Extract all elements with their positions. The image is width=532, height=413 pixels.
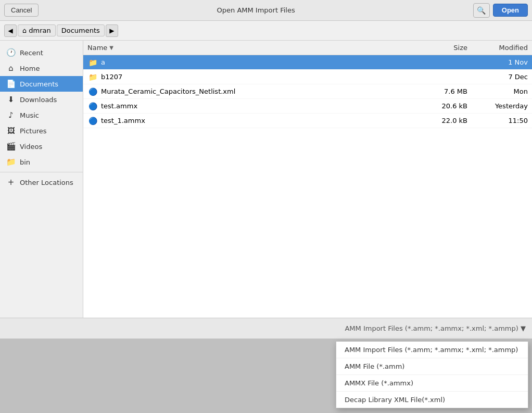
sidebar-label-home: Home (20, 65, 40, 72)
pictures-icon: 🖼 (6, 126, 16, 135)
open-button[interactable]: Open (493, 4, 528, 17)
table-row[interactable]: 📁 b1207 7 Dec (83, 70, 532, 84)
file-name: test_1.ammx (101, 117, 424, 124)
recent-icon: 🕐 (6, 48, 16, 57)
breadcrumb-home-label: dmran (29, 27, 50, 34)
filter-dropdown-arrow-icon: ▼ (521, 324, 526, 332)
table-row[interactable]: 🔵 Murata_Ceramic_Capacitors_Netlist.xml … (83, 84, 532, 99)
col-size-label: Size (453, 44, 467, 52)
table-row[interactable]: 🔵 test_1.ammx 22.0 kB 11:50 (83, 114, 532, 128)
filter-option-2[interactable]: AMMX File (*.ammx) (336, 375, 528, 392)
file-name: b1207 (101, 73, 424, 81)
filter-dropdown-popup: AMM Import Files (*.amm; *.ammx; *.xml; … (336, 341, 528, 408)
sidebar-item-pictures[interactable]: 🖼 Pictures (0, 123, 83, 139)
file-modified: 1 Nov (476, 58, 528, 66)
table-row[interactable]: 🔵 test.ammx 20.6 kB Yesterday (83, 99, 532, 114)
file-modified: Yesterday (476, 102, 528, 110)
doc-icon: 🔵 (87, 87, 98, 96)
titlebar-actions: 🔍 Open (473, 3, 528, 18)
sidebar-label-documents: Documents (20, 80, 58, 88)
table-row[interactable]: 📁 a 1 Nov (83, 55, 532, 70)
bin-icon: 📁 (6, 157, 16, 167)
downloads-icon: ⬇ (6, 95, 16, 104)
file-modified: 7 Dec (476, 73, 528, 81)
breadcrumb-documents[interactable]: Documents (57, 24, 105, 36)
sidebar-label-music: Music (20, 111, 39, 119)
filter-option-0[interactable]: AMM Import Files (*.amm; *.ammx; *.xml; … (336, 342, 528, 358)
doc-icon: 🔵 (87, 117, 98, 125)
file-name: a (101, 58, 424, 66)
search-button[interactable]: 🔍 (473, 3, 490, 18)
filter-selector[interactable]: AMM Import Files (*.amm; *.ammx; *.xml; … (345, 324, 526, 332)
file-modified: 11:50 (476, 117, 528, 124)
sidebar-label-other-locations: Other Locations (20, 179, 73, 186)
file-name: test.ammx (101, 102, 424, 110)
sidebar-item-documents[interactable]: 📄 Documents (0, 76, 83, 92)
other-locations-icon: + (6, 178, 16, 187)
sidebar-label-pictures: Pictures (20, 127, 46, 135)
file-modified: Mon (476, 87, 528, 95)
file-size: 7.6 MB (424, 87, 476, 95)
forward-arrow-icon: ▶ (109, 27, 114, 34)
file-size: 22.0 kB (424, 117, 476, 124)
home-sidebar-icon: ⌂ (6, 64, 16, 73)
sidebar-item-music[interactable]: ♪ Music (0, 107, 83, 123)
sidebar-label-downloads: Downloads (20, 96, 57, 104)
sidebar-label-videos: Videos (20, 143, 42, 151)
music-icon: ♪ (6, 110, 16, 120)
cancel-button[interactable]: Cancel (4, 4, 39, 17)
sidebar-item-bin[interactable]: 📁 bin (0, 154, 83, 170)
videos-icon: 🎬 (6, 142, 16, 151)
file-list: 📁 a 1 Nov 📁 b1207 7 Dec 🔵 Murata_Ceramic… (83, 55, 532, 318)
doc-icon: 🔵 (87, 102, 98, 110)
sidebar-separator (0, 172, 83, 172)
file-header: Name ▼ Size Modified (83, 41, 532, 55)
sidebar: 🕐 Recent ⌂ Home 📄 Documents ⬇ Downloads … (0, 41, 83, 318)
folder-icon: 📁 (87, 73, 98, 81)
column-size-header[interactable]: Size (424, 44, 476, 52)
sidebar-item-recent[interactable]: 🕐 Recent (0, 45, 83, 60)
col-modified-label: Modified (499, 44, 528, 52)
filter-option-1[interactable]: AMM File (*.amm) (336, 358, 528, 375)
back-button[interactable]: ◀ (4, 24, 17, 37)
sidebar-item-downloads[interactable]: ⬇ Downloads (0, 92, 83, 107)
breadcrumb-home[interactable]: ⌂ dmran (18, 24, 56, 36)
filter-option-3[interactable]: Decap Library XML File(*.xml) (336, 392, 528, 408)
home-icon: ⌂ (22, 27, 27, 34)
file-area: Name ▼ Size Modified 📁 a 1 Nov (83, 41, 532, 318)
back-arrow-icon: ◀ (8, 27, 12, 34)
sidebar-item-videos[interactable]: 🎬 Videos (0, 139, 83, 154)
documents-icon: 📄 (6, 79, 16, 89)
bottom-bar: AMM Import Files (*.amm; *.ammx; *.xml; … (0, 318, 532, 339)
sidebar-label-recent: Recent (20, 49, 43, 57)
col-name-label: Name (87, 44, 107, 52)
filter-label: AMM Import Files (*.amm; *.ammx; *.xml; … (345, 324, 518, 332)
breadcrumb-documents-label: Documents (61, 27, 100, 34)
forward-button[interactable]: ▶ (106, 24, 118, 37)
column-name-header[interactable]: Name ▼ (87, 44, 424, 52)
sidebar-label-bin: bin (20, 158, 30, 166)
file-name: Murata_Ceramic_Capacitors_Netlist.xml (101, 87, 424, 95)
breadcrumb: ◀ ⌂ dmran Documents ▶ (0, 21, 532, 41)
file-size: 20.6 kB (424, 102, 476, 110)
dialog-title: Open AMM Import Files (39, 6, 473, 14)
search-icon: 🔍 (477, 6, 486, 15)
main-area: 🕐 Recent ⌂ Home 📄 Documents ⬇ Downloads … (0, 41, 532, 318)
sidebar-item-other-locations[interactable]: + Other Locations (0, 174, 83, 190)
folder-icon: 📁 (87, 58, 98, 67)
column-modified-header[interactable]: Modified (476, 44, 528, 52)
sort-arrow-icon: ▼ (109, 45, 113, 51)
sidebar-item-home[interactable]: ⌂ Home (0, 60, 83, 76)
titlebar: Cancel Open AMM Import Files 🔍 Open (0, 0, 532, 21)
